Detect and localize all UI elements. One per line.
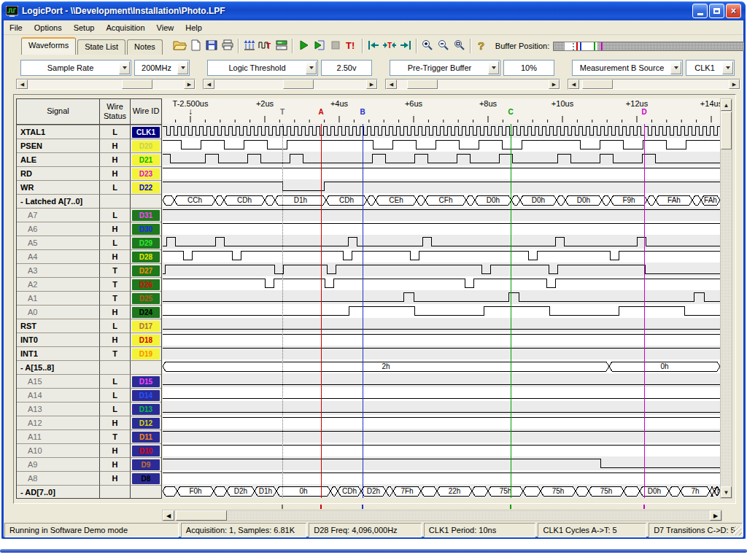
signal-name-cell[interactable]: PSEN [17, 139, 100, 152]
marker-label-a[interactable]: A [318, 108, 323, 116]
wire-id-cell[interactable]: D25 [131, 291, 161, 305]
scroll-thumb[interactable] [582, 79, 613, 89]
waveform-row-a13[interactable] [163, 401, 720, 415]
tab-notes[interactable]: Notes [127, 39, 163, 55]
pre-trigger-buffer-value-field[interactable]: 10% [503, 60, 554, 76]
wire-id-cell[interactable] [131, 194, 161, 208]
measurement-b-source-select[interactable]: Measurement B Source [572, 60, 683, 76]
signal-row-wr[interactable]: WRLD22 [17, 180, 161, 194]
wire-id-cell[interactable]: D11 [131, 429, 161, 443]
marker-label-d[interactable]: D [641, 108, 646, 116]
signal-row-a8[interactable]: A8HD8 [17, 471, 161, 485]
new-file-button[interactable] [187, 38, 204, 54]
wire-id-badge[interactable]: D26 [132, 279, 160, 290]
signal-name-cell[interactable]: - AD[7..0] [17, 485, 100, 499]
signal-row-xtal1[interactable]: XTAL1LCLK1 [17, 125, 161, 139]
logic-threshold-value-field[interactable]: 2.50v [321, 60, 372, 76]
resize-grip[interactable] [733, 526, 742, 535]
signal-name-cell[interactable]: A5 [17, 236, 100, 249]
maximize-button[interactable] [709, 4, 724, 18]
dropdown-arrow-icon[interactable] [306, 61, 317, 74]
wire-id-cell[interactable]: CLK1 [131, 125, 161, 139]
signal-row-a6[interactable]: A6HD30 [17, 222, 161, 236]
signal-name-cell[interactable]: RD [17, 166, 100, 180]
waveform-row-ad-7-0[interactable]: F0hD2hD1h0hCDhD2h7Fh22h75h75h75hD0h7h7h [163, 484, 720, 498]
signal-row-a1[interactable]: A1TD25 [17, 291, 161, 305]
signal-name-cell[interactable]: A8 [17, 471, 100, 485]
marker-label-c[interactable]: C [508, 108, 513, 116]
wire-id-badge[interactable]: D11 [132, 432, 160, 443]
signal-name-cell[interactable]: - A[15..8] [17, 360, 100, 374]
signal-name-cell[interactable]: A15 [17, 374, 100, 388]
stop-acquisition-button[interactable] [328, 38, 344, 54]
menu-item-help[interactable]: Help [179, 22, 208, 34]
signal-row-rd[interactable]: RDHD23 [17, 166, 161, 180]
logic-threshold-scrollbar[interactable]: ◀▶ [203, 79, 378, 90]
waveform-row-a1[interactable] [163, 290, 720, 304]
wire-id-cell[interactable]: D31 [131, 208, 161, 222]
signal-row-a12[interactable]: A12HD12 [17, 416, 161, 429]
scroll-right-arrow-icon[interactable]: ▶ [729, 79, 740, 89]
wire-id-cell[interactable]: D24 [131, 305, 161, 319]
signal-name-cell[interactable]: A12 [17, 416, 100, 429]
wire-id-badge[interactable]: D23 [132, 168, 160, 179]
sample-rate-scrollbar[interactable]: ◀▶ [16, 79, 196, 90]
signal-row-a-15-8[interactable]: - A[15..8] [17, 360, 161, 374]
signal-name-cell[interactable]: A0 [17, 305, 100, 319]
pre-trigger-buffer-select[interactable]: Pre-Trigger Buffer [390, 60, 500, 76]
waveform-row-a11[interactable] [163, 429, 720, 443]
close-button[interactable]: × [726, 4, 741, 18]
timeline-ruler[interactable]: T-2.500us+2us+4us+6us+8us+10us+12us+14us… [163, 98, 720, 124]
signal-row-a13[interactable]: A13LD13 [17, 402, 161, 416]
waveform-row-a15[interactable] [163, 373, 720, 387]
signal-name-cell[interactable]: INT0 [17, 332, 100, 346]
wire-id-cell[interactable]: D13 [131, 402, 161, 416]
scroll-left-arrow-icon[interactable]: ◀ [17, 79, 28, 89]
wire-id-badge[interactable]: D25 [132, 293, 160, 304]
signal-row-a5[interactable]: A5LD29 [17, 236, 161, 249]
dropdown-arrow-icon[interactable] [177, 61, 188, 74]
signal-row-int1[interactable]: INT1TD19 [17, 346, 161, 360]
waveform-row-a4[interactable] [163, 249, 720, 262]
wire-id-cell[interactable]: D21 [131, 152, 161, 166]
horizontal-scrollbar[interactable]: ◀ ▶ [162, 510, 722, 521]
wire-id-badge[interactable]: D21 [132, 155, 160, 166]
signal-row-ale[interactable]: ALEHD21 [17, 152, 161, 166]
title-bar[interactable]: LogicPort - \\Development\Installation\P… [1, 1, 746, 20]
zoom-out-button[interactable] [436, 38, 452, 54]
wire-id-cell[interactable]: D27 [131, 263, 161, 277]
pre-trigger-buffer-scrollbar[interactable]: ◀▶ [385, 79, 560, 90]
menu-item-setup[interactable]: Setup [68, 22, 101, 34]
signal-row-rst[interactable]: RSTLD17 [17, 319, 161, 332]
menu-item-options[interactable]: Options [28, 22, 68, 34]
run-acquisition-button[interactable] [295, 38, 311, 54]
signal-row-a4[interactable]: A4HD28 [17, 249, 161, 263]
goto-start-button[interactable] [365, 38, 382, 54]
signal-name-cell[interactable]: A7 [17, 208, 100, 222]
marker-line-t[interactable] [282, 124, 283, 498]
wire-id-cell[interactable]: D14 [131, 388, 161, 402]
dropdown-arrow-icon[interactable] [488, 61, 499, 74]
wire-setup-button[interactable] [241, 38, 258, 54]
signal-name-cell[interactable]: WR [17, 180, 100, 194]
waveform-row-rst[interactable] [163, 318, 720, 332]
wire-id-badge[interactable]: D10 [132, 446, 160, 456]
waveform-row-int1[interactable] [163, 346, 720, 359]
marker-label-t[interactable]: T [280, 108, 285, 116]
wire-id-badge[interactable]: CLK1 [132, 127, 160, 138]
signal-name-cell[interactable]: - Latched A[7..0] [17, 194, 100, 208]
wire-id-badge[interactable]: D12 [132, 418, 160, 429]
scroll-up-button[interactable]: ▲ [721, 99, 732, 111]
wire-id-badge[interactable]: D19 [132, 349, 160, 359]
signal-row-int0[interactable]: INT0HD18 [17, 332, 161, 346]
waveform-row-xtal1[interactable] [163, 124, 720, 138]
scroll-left-arrow-icon[interactable]: ◀ [204, 79, 214, 89]
help-button[interactable]: ? [473, 38, 489, 54]
single-acquisition-button[interactable] [311, 38, 328, 54]
dropdown-arrow-icon[interactable] [670, 61, 681, 74]
wire-id-badge[interactable]: D27 [132, 265, 160, 276]
signal-name-cell[interactable]: A10 [17, 443, 100, 457]
waveform-row-a8[interactable] [163, 470, 720, 484]
waveform-row-a3[interactable] [163, 262, 720, 276]
marker-line-a[interactable] [321, 124, 322, 498]
